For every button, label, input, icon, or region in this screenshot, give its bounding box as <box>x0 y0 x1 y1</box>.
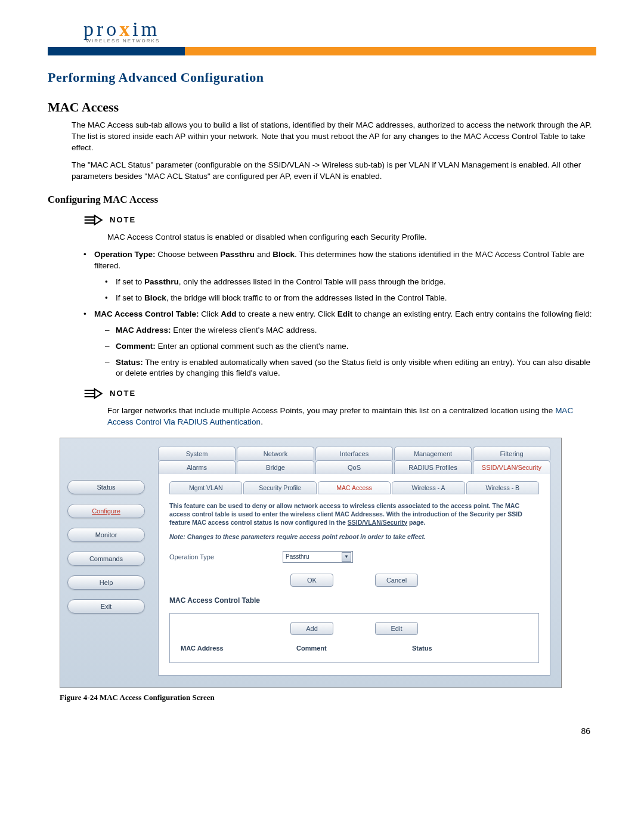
content-area: Mgmt VLAN Security Profile MAC Access Wi… <box>158 474 550 676</box>
logo-pre: pro <box>83 18 119 40</box>
col-status: Status <box>412 645 528 652</box>
nav-status[interactable]: Status <box>67 480 145 494</box>
tab-network[interactable]: Network <box>237 447 314 460</box>
feature-description: This feature can be used to deny or allo… <box>169 501 539 527</box>
subtab-security-profile[interactable]: Security Profile <box>243 481 316 494</box>
paragraph-1: The MAC Access sub-tab allows you to bui… <box>72 120 596 154</box>
config-screenshot: Status Configure Monitor Commands Help E… <box>60 438 562 688</box>
bullet-operation-type: Operation Type: Choose between Passthru … <box>83 249 596 304</box>
logo-sub: WIRELESS NETWORKS <box>83 38 160 44</box>
note-label: NOTE <box>110 388 136 398</box>
section-title: Performing Advanced Configuration <box>48 70 596 85</box>
mac-table-box: Add Edit MAC Address Comment Status <box>169 613 539 663</box>
logo-x: x <box>119 18 132 40</box>
dash-mac-address: MAC Address: Enter the wireless client's… <box>105 325 596 336</box>
operation-type-select[interactable]: Passthru ▼ <box>283 551 353 563</box>
page-number: 86 <box>48 726 596 736</box>
note-arrow-icon <box>83 214 104 228</box>
bullet-mac-table: MAC Access Control Table: Click Add to c… <box>83 309 596 379</box>
select-value: Passthru <box>286 553 309 560</box>
tab-alarms[interactable]: Alarms <box>158 460 236 474</box>
table-headers: MAC Address Comment Status <box>181 645 528 652</box>
logo: proxim WIRELESS NETWORKS <box>48 18 596 44</box>
tab-system[interactable]: System <box>158 447 236 460</box>
reboot-note: Note: Changes to these parameters requir… <box>169 533 539 540</box>
tab-bridge[interactable]: Bridge <box>237 460 314 474</box>
tab-filtering[interactable]: Filtering <box>473 447 550 460</box>
note-arrow-icon <box>83 388 104 402</box>
side-nav: Status Configure Monitor Commands Help E… <box>60 438 152 688</box>
note-1-body: MAC Access Control status is enabled or … <box>107 232 596 243</box>
operation-type-label: Operation Type <box>169 553 259 561</box>
subtab-mac-access[interactable]: MAC Access <box>318 481 391 494</box>
logo-post: im <box>132 18 160 40</box>
paragraph-2: The "MAC ACL Status" parameter (configur… <box>72 160 596 182</box>
note-2: NOTE <box>83 388 596 402</box>
tab-row-1: System Network Interfaces Management Fil… <box>158 447 550 460</box>
nav-exit[interactable]: Exit <box>67 599 145 614</box>
col-mac: MAC Address <box>181 645 296 652</box>
ok-button[interactable]: OK <box>290 574 333 587</box>
note-2-body: For larger networks that include multipl… <box>107 405 596 428</box>
subtopic-heading: Configuring MAC Access <box>48 194 596 206</box>
bullet-list: Operation Type: Choose between Passthru … <box>83 249 596 379</box>
chevron-down-icon: ▼ <box>342 552 351 562</box>
subtab-wireless-b[interactable]: Wireless - B <box>466 481 539 494</box>
edit-button[interactable]: Edit <box>375 622 418 635</box>
cancel-button[interactable]: Cancel <box>375 574 418 587</box>
col-comment: Comment <box>296 645 412 652</box>
topic-heading: MAC Access <box>48 100 596 115</box>
tab-qos[interactable]: QoS <box>315 460 393 474</box>
table-title: MAC Access Control Table <box>169 596 539 605</box>
nav-monitor[interactable]: Monitor <box>67 528 145 542</box>
tab-radius[interactable]: RADIUS Profiles <box>394 460 472 474</box>
note-label: NOTE <box>110 214 136 224</box>
note-1: NOTE <box>83 214 596 228</box>
nav-commands[interactable]: Commands <box>67 552 145 566</box>
dash-comment: Comment: Enter an optional comment such … <box>105 341 596 352</box>
operation-type-row: Operation Type Passthru ▼ <box>169 551 539 563</box>
subtab-mgmt-vlan[interactable]: Mgmt VLAN <box>169 481 242 494</box>
nav-help[interactable]: Help <box>67 575 145 590</box>
nav-configure[interactable]: Configure <box>67 504 145 518</box>
tab-row-2: Alarms Bridge QoS RADIUS Profiles SSID/V… <box>158 460 550 474</box>
sub-bullet-block: If set to Block, the bridge will block t… <box>105 293 596 304</box>
subtab-wireless-a[interactable]: Wireless - A <box>392 481 465 494</box>
dash-status: Status: The entry is enabled automatical… <box>105 357 596 380</box>
figure-caption: Figure 4-24 MAC Access Configuration Scr… <box>60 693 596 702</box>
sub-tab-row: Mgmt VLAN Security Profile MAC Access Wi… <box>169 481 539 494</box>
header-bar <box>48 47 596 55</box>
tab-ssid-vlan-security[interactable]: SSID/VLAN/Security <box>473 460 550 474</box>
tab-interfaces[interactable]: Interfaces <box>315 447 393 460</box>
add-button[interactable]: Add <box>290 622 333 635</box>
tab-management[interactable]: Management <box>394 447 472 460</box>
sub-bullet-passthru: If set to Passthru, only the addresses l… <box>105 277 596 288</box>
